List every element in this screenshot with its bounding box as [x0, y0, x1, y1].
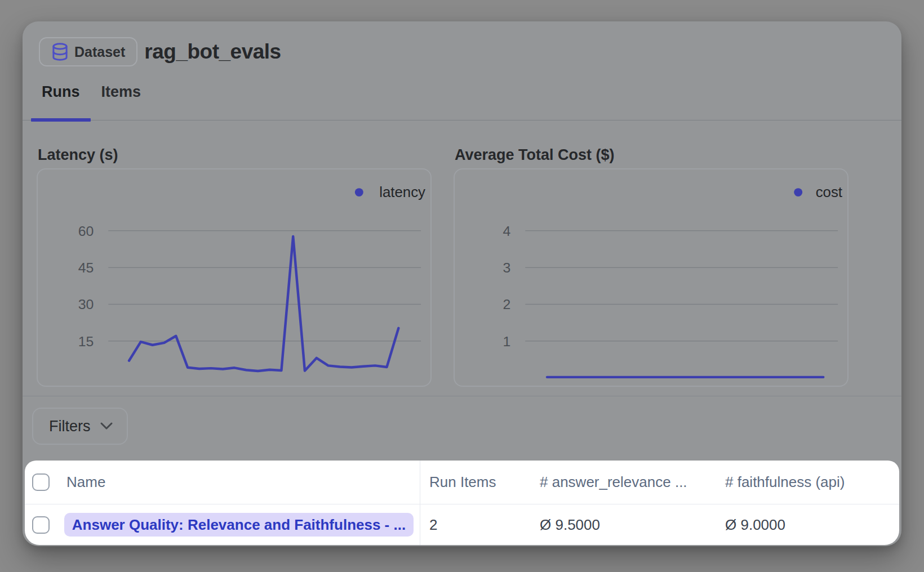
run-name-link[interactable]: Answer Quality: Relevance and Faithfulne… — [64, 513, 414, 537]
chart-tick-label: 1 — [503, 334, 511, 349]
latency-chart: 60453015latency — [38, 169, 430, 386]
chart-tick-label: 2 — [503, 297, 511, 312]
charts-section: Latency (s) 60453015latency Average Tota… — [23, 146, 901, 387]
latency-chart-block: Latency (s) 60453015latency — [37, 146, 432, 387]
cost-chart-title: Average Total Cost ($) — [455, 146, 849, 164]
column-header-name: Name — [64, 473, 420, 491]
filters-row: Filters — [23, 396, 901, 445]
dataset-badge-label: Dataset — [74, 44, 125, 60]
tab-runs[interactable]: Runs — [42, 83, 80, 120]
faithfulness-value: Ø 9.0000 — [725, 516, 899, 534]
page: { "header": { "badge_label": "Dataset", … — [0, 0, 924, 572]
chevron-down-icon — [100, 422, 113, 431]
tab-items[interactable]: Items — [101, 83, 141, 120]
runs-table: Name Run Items # answer_relevance ... # … — [25, 461, 899, 545]
run-name-label: Answer Quality: Relevance and Faithfulne… — [72, 516, 406, 534]
latency-chart-card: 60453015latency — [37, 168, 432, 387]
chart-tick-label: 3 — [503, 260, 511, 275]
cost-chart-card: 4321cost — [454, 168, 849, 387]
table-header-row: Name Run Items # answer_relevance ... # … — [25, 461, 899, 504]
cost-chart: 4321cost — [455, 169, 847, 386]
column-header-answer-relevance: # answer_relevance ... — [540, 473, 725, 491]
dataset-page-card: Dataset rag_bot_evals Runs Items Latency… — [23, 21, 901, 546]
chart-legend-label: cost — [816, 185, 842, 200]
run-items-value: 2 — [429, 516, 437, 534]
column-header-run-items: Run Items — [429, 473, 496, 491]
page-header: Dataset rag_bot_evals — [23, 21, 901, 66]
chart-legend-dot — [355, 188, 363, 196]
chart-tick-label: 30 — [78, 297, 94, 312]
chart-legend-label: latency — [379, 185, 425, 200]
row-checkbox[interactable] — [32, 516, 50, 534]
page-title: rag_bot_evals — [144, 40, 281, 64]
table-row: Answer Quality: Relevance and Faithfulne… — [25, 504, 899, 545]
cost-chart-block: Average Total Cost ($) 4321cost — [454, 146, 849, 387]
chart-tick-label: 15 — [78, 334, 94, 349]
chart-tick-label: 60 — [78, 224, 94, 239]
select-all-checkbox[interactable] — [32, 473, 50, 491]
filters-button[interactable]: Filters — [32, 408, 128, 445]
tab-bar: Runs Items — [23, 83, 901, 120]
filters-button-label: Filters — [49, 418, 91, 435]
chart-tick-label: 4 — [503, 224, 511, 239]
chart-line — [129, 236, 398, 371]
database-icon — [51, 42, 69, 61]
dataset-badge: Dataset — [39, 37, 137, 66]
latency-chart-title: Latency (s) — [38, 146, 432, 164]
answer-relevance-value: Ø 9.5000 — [540, 516, 725, 534]
chart-legend-dot — [794, 188, 802, 196]
chart-tick-label: 45 — [78, 260, 94, 275]
column-header-faithfulness: # faithfulness (api) — [725, 473, 899, 491]
